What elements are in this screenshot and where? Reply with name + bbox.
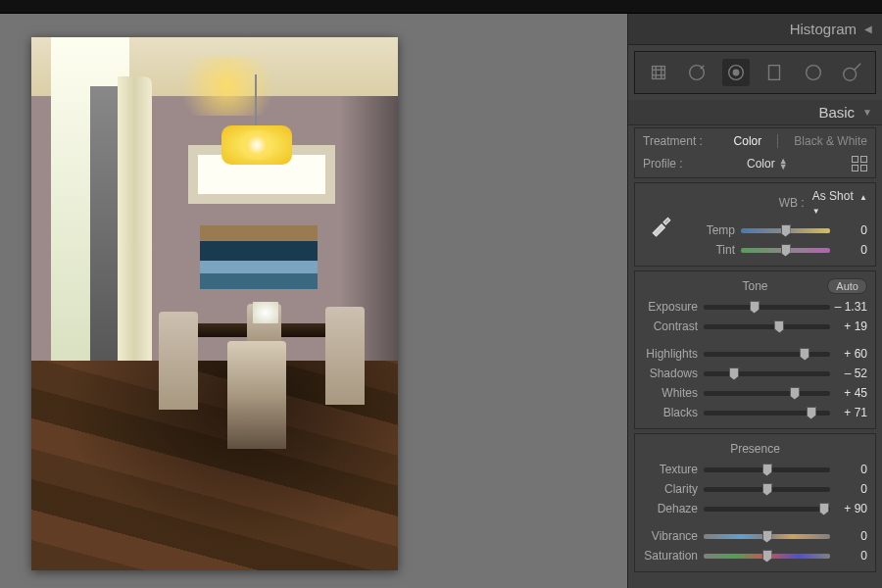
white-balance-block: WB : As Shot ▲▼ Temp 0 Tint xyxy=(634,182,876,267)
wb-eyedropper-tool[interactable] xyxy=(643,209,680,240)
saturation-label: Saturation xyxy=(643,549,704,563)
radial-filter-tool[interactable] xyxy=(800,59,827,86)
basic-header[interactable]: Basic ▼ xyxy=(628,100,882,125)
dehaze-label: Dehaze xyxy=(643,502,704,515)
top-menu-bar xyxy=(0,0,882,14)
treatment-bw[interactable]: Black & White xyxy=(794,134,867,148)
photo-canvas-area xyxy=(0,14,627,588)
texture-label: Texture xyxy=(643,463,704,476)
shadows-value[interactable]: – 52 xyxy=(830,367,867,380)
spot-removal-tool[interactable] xyxy=(683,59,710,86)
collapse-icon: ◀ xyxy=(864,24,872,34)
profile-value: Color xyxy=(747,157,775,171)
photo-preview[interactable] xyxy=(31,37,398,570)
presence-title: Presence xyxy=(730,442,780,456)
dehaze-slider[interactable] xyxy=(704,507,830,512)
vibrance-value[interactable]: 0 xyxy=(830,529,867,543)
svg-point-9 xyxy=(806,66,820,80)
crop-tool[interactable] xyxy=(645,59,672,86)
tone-block: Tone Auto Exposure – 1.31 Contrast + 19 … xyxy=(634,270,876,429)
tint-label: Tint xyxy=(680,243,741,257)
adjustment-brush-tool[interactable] xyxy=(838,59,865,86)
histogram-label: Histogram xyxy=(790,21,857,37)
highlights-slider[interactable] xyxy=(704,352,830,357)
divider xyxy=(777,134,778,148)
tone-title: Tone xyxy=(742,279,767,293)
highlights-value[interactable]: + 60 xyxy=(830,347,867,361)
clarity-slider[interactable] xyxy=(704,487,830,492)
contrast-slider[interactable] xyxy=(704,324,830,329)
blacks-label: Blacks xyxy=(643,406,704,419)
clarity-value[interactable]: 0 xyxy=(830,482,867,496)
develop-panel: Histogram ◀ Basic ▼ xyxy=(627,14,882,588)
graduated-filter-tool[interactable] xyxy=(760,59,788,86)
profile-label: Profile : xyxy=(643,157,683,171)
svg-rect-8 xyxy=(769,66,780,80)
histogram-header[interactable]: Histogram ◀ xyxy=(628,14,882,45)
presence-block: Presence Texture 0 Clarity 0 Dehaze + 90… xyxy=(634,433,876,572)
whites-slider[interactable] xyxy=(704,391,830,396)
dehaze-value[interactable]: + 90 xyxy=(830,502,867,515)
whites-label: Whites xyxy=(643,386,704,400)
texture-value[interactable]: 0 xyxy=(830,463,867,476)
contrast-value[interactable]: + 19 xyxy=(830,319,867,333)
exposure-value[interactable]: – 1.31 xyxy=(830,300,867,314)
temp-slider[interactable] xyxy=(741,228,830,233)
profile-browser-icon[interactable] xyxy=(852,156,867,172)
highlights-label: Highlights xyxy=(643,347,704,361)
tint-value[interactable]: 0 xyxy=(830,243,867,257)
vibrance-label: Vibrance xyxy=(643,529,704,543)
treatment-label: Treatment : xyxy=(643,134,703,148)
temp-label: Temp xyxy=(680,223,741,237)
blacks-slider[interactable] xyxy=(704,411,830,416)
shadows-slider[interactable] xyxy=(704,371,830,376)
redeye-tool[interactable] xyxy=(722,59,750,86)
exposure-label: Exposure xyxy=(643,300,704,314)
profile-dropdown[interactable]: Color ▲▼ xyxy=(747,157,788,171)
treatment-color[interactable]: Color xyxy=(734,134,762,148)
temp-value[interactable]: 0 xyxy=(830,223,867,237)
svg-point-10 xyxy=(844,68,857,80)
clarity-label: Clarity xyxy=(643,482,704,496)
shadows-label: Shadows xyxy=(643,367,704,380)
contrast-label: Contrast xyxy=(643,319,704,333)
treatment-block: Treatment : Color Black & White Profile … xyxy=(634,127,876,178)
collapse-icon: ▼ xyxy=(862,107,872,118)
basic-label: Basic xyxy=(818,104,855,121)
tint-slider[interactable] xyxy=(741,248,830,253)
saturation-value[interactable]: 0 xyxy=(830,549,867,563)
auto-button[interactable]: Auto xyxy=(827,278,867,294)
local-tools-strip xyxy=(634,51,876,94)
texture-slider[interactable] xyxy=(704,467,830,472)
saturation-slider[interactable] xyxy=(704,554,830,559)
blacks-value[interactable]: + 71 xyxy=(830,406,867,419)
whites-value[interactable]: + 45 xyxy=(830,386,867,400)
exposure-slider[interactable] xyxy=(704,305,830,310)
wb-label: WB : xyxy=(779,196,805,210)
wb-preset-dropdown[interactable]: As Shot ▲▼ xyxy=(812,189,867,217)
updown-icon: ▲▼ xyxy=(779,158,788,170)
svg-point-7 xyxy=(733,70,739,75)
svg-line-11 xyxy=(855,64,860,70)
vibrance-slider[interactable] xyxy=(704,534,830,539)
wb-value: As Shot xyxy=(812,189,854,203)
svg-rect-0 xyxy=(652,67,664,79)
